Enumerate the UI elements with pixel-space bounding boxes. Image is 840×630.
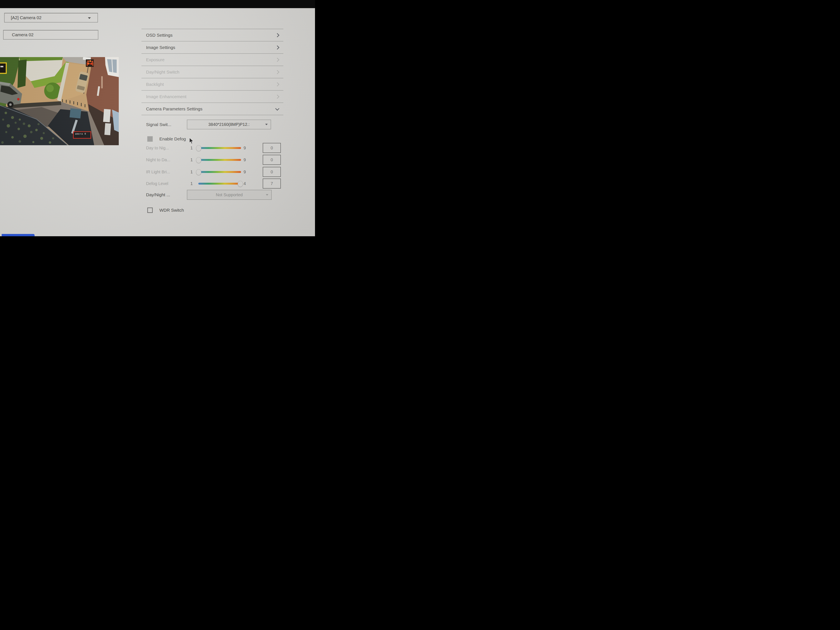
slider-label: Night to Da... (146, 155, 188, 165)
slider-max: 9 (243, 143, 251, 153)
settings-menu: OSD Settings Image Settings Exposure Day… (142, 29, 283, 115)
slider-row-day-to-night: Day to Nig... 1 9 0 (142, 143, 283, 153)
menu-item-day-night-switch: Day/Night Switch (142, 66, 283, 78)
slider-max: 9 (243, 155, 251, 165)
slider-min: 1 (185, 155, 193, 165)
day-night-mode-value: Not Supported (216, 193, 243, 197)
slider-value-input[interactable]: 0 (263, 143, 281, 153)
menu-item-label: Image Settings (146, 45, 175, 50)
camera-preview[interactable]: amera 0 (0, 57, 119, 145)
slider-min: 1 (185, 167, 193, 177)
menu-item-exposure: Exposure (142, 54, 283, 66)
menu-item-label: Backlight (146, 82, 164, 87)
slider-row-ir-light-brightness: IR Light Bri... 1 9 0 (142, 167, 283, 177)
slider-row-night-to-day: Night to Da... 1 9 0 (142, 155, 283, 165)
slider-thumb[interactable] (196, 157, 201, 163)
chevron-right-icon (275, 70, 279, 74)
menu-item-label: Day/Night Switch (146, 69, 179, 74)
chevron-right-icon (275, 82, 279, 87)
camera-selector-value: [A2] Camera 02 (11, 15, 41, 20)
slider-min: 1 (185, 178, 193, 188)
camera-name-value: Camera 02 (12, 32, 33, 37)
chevron-right-icon (275, 46, 279, 50)
wdr-switch-label: WDR Switch (159, 207, 184, 213)
camera-name-overlay: amera 0 (73, 132, 91, 138)
menu-item-camera-parameters-settings[interactable]: Camera Parameters Settings (142, 103, 283, 115)
wdr-switch-checkbox[interactable] (147, 207, 153, 213)
camera-preview-image: amera 0 (0, 57, 119, 145)
slider-thumb[interactable] (196, 145, 201, 151)
slider-track[interactable] (198, 147, 241, 149)
event-overlay-icon (86, 59, 94, 67)
slider-label: Defog Level (146, 178, 188, 188)
enable-defog-label: Enable Defog (159, 136, 186, 142)
slider-thumb[interactable] (238, 181, 243, 187)
slider-value-input[interactable]: 7 (263, 178, 281, 188)
yellow-osd-box (0, 63, 6, 73)
menu-item-image-enhancement: Image Enhancement (142, 91, 283, 103)
menu-item-image-settings[interactable]: Image Settings (142, 41, 283, 54)
chevron-down-icon (275, 106, 279, 111)
camera-name-field[interactable]: Camera 02 (3, 30, 98, 39)
enable-defog-checkbox[interactable] (147, 136, 153, 142)
signal-switch-value: 3840*2160(8MP)P12.: (208, 122, 249, 127)
slider-row-defog-level: Defog Level 1 4 7 (142, 178, 283, 188)
menu-item-backlight: Backlight (142, 78, 283, 91)
chevron-down-icon (266, 194, 268, 196)
slider-label: Day to Nig... (146, 143, 188, 153)
menu-item-label: OSD Settings (146, 33, 172, 38)
bottom-blue-accent (2, 234, 35, 236)
chevron-right-icon (275, 33, 279, 37)
slider-max: 4 (243, 178, 251, 188)
nvr-settings-screen: [A2] Camera 02 Camera 02 (0, 8, 315, 236)
signal-switch-label: Signal Swit... (146, 120, 171, 129)
svg-text:amera 0: amera 0 (75, 133, 86, 135)
chevron-right-icon (275, 58, 279, 62)
slider-value-input[interactable]: 0 (263, 167, 281, 177)
camera-selector-dropdown[interactable]: [A2] Camera 02 (4, 13, 98, 22)
slider-label: IR Light Bri... (146, 167, 188, 177)
menu-item-label: Camera Parameters Settings (146, 106, 202, 112)
day-night-mode-label: Day/Night ... (146, 190, 170, 200)
chevron-right-icon (275, 95, 279, 99)
chevron-down-icon (88, 17, 91, 19)
day-night-mode-dropdown[interactable]: Not Supported (187, 190, 272, 200)
chevron-down-icon (265, 124, 268, 125)
slider-min: 1 (185, 143, 193, 153)
slider-thumb[interactable] (196, 169, 201, 175)
slider-value-input[interactable]: 0 (263, 155, 281, 165)
monitor-photo: [A2] Camera 02 Camera 02 (0, 0, 315, 236)
slider-track[interactable] (198, 159, 241, 161)
menu-item-label: Image Enhancement (146, 94, 186, 99)
slider-max: 9 (243, 167, 251, 177)
slider-track[interactable] (198, 171, 241, 173)
slider-track[interactable] (198, 183, 241, 185)
menu-item-label: Exposure (146, 57, 164, 62)
signal-switch-dropdown[interactable]: 3840*2160(8MP)P12.: (187, 120, 271, 129)
menu-item-osd-settings[interactable]: OSD Settings (142, 29, 283, 41)
